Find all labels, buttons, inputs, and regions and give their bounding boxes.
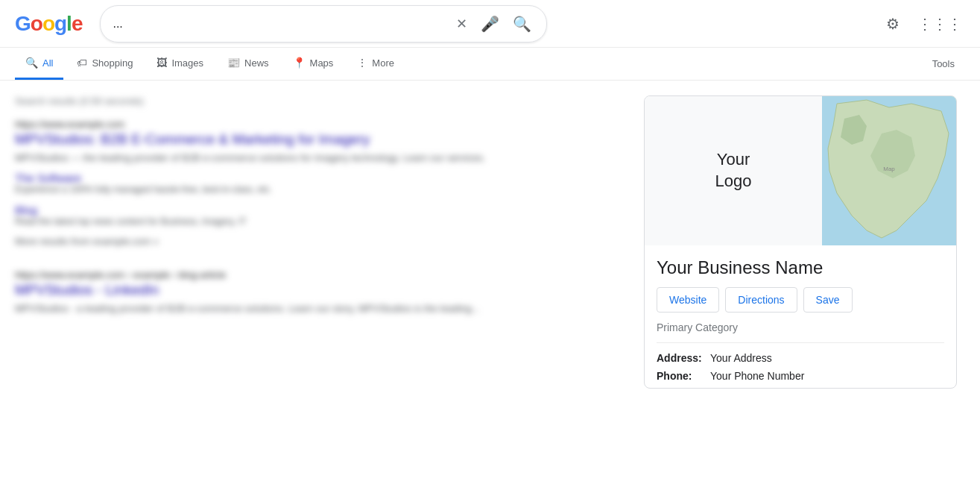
- tab-more[interactable]: ⋮ More: [347, 48, 405, 80]
- kp-address-label: Address:: [657, 352, 704, 364]
- tab-images-label: Images: [171, 57, 203, 69]
- result-1-more-link[interactable]: More results from example.com »: [15, 234, 626, 249]
- kp-header: YourLogo Map: [645, 96, 956, 245]
- voice-search-button[interactable]: 🎤: [478, 12, 502, 36]
- kp-action-buttons: Website Directions Save: [657, 287, 944, 313]
- nav-tabs: 🔍 All 🏷 Shopping 🖼 Images 📰 News 📍 Maps …: [0, 48, 980, 81]
- result-item-2: https://www.example.com › example › blog…: [15, 269, 626, 316]
- more-icon: ⋮: [357, 57, 367, 69]
- kp-address-row: Address: Your Address: [657, 352, 944, 364]
- tab-maps[interactable]: 📍 Maps: [282, 48, 344, 80]
- result-2-breadcrumb: https://www.example.com › example › blog…: [15, 269, 226, 280]
- kp-phone-value: Your Phone Number: [710, 370, 804, 382]
- result-item-1: https://www.example.com MPVStudios: B2B …: [15, 119, 626, 248]
- sub-link-1: The Software Experience a 100% fully man…: [15, 172, 626, 195]
- result-1-site-name: https://www.example.com: [15, 119, 124, 130]
- result-2-title[interactable]: MPVStudios - LinkedIn: [15, 282, 626, 298]
- search-bar-icons: ✕ 🎤 🔍: [453, 12, 534, 36]
- tools-button[interactable]: Tools: [922, 51, 965, 77]
- result-1-url-line: https://www.example.com: [15, 119, 626, 130]
- kp-phone-label: Phone:: [657, 370, 704, 382]
- tab-shopping[interactable]: 🏷 Shopping: [66, 48, 143, 80]
- results-column: Search results (0.59 seconds) https://ww…: [15, 95, 626, 389]
- sub-link-1-desc: Experience a 100% fully managed hassle-f…: [15, 184, 626, 195]
- kp-logo-text: YourLogo: [715, 149, 752, 192]
- kp-body: Your Business Name Website Directions Sa…: [645, 245, 956, 388]
- shopping-icon: 🏷: [77, 57, 87, 69]
- sub-link-2-title[interactable]: Blog: [15, 204, 626, 216]
- google-apps-button[interactable]: ⋮⋮⋮: [914, 12, 965, 36]
- directions-button[interactable]: Directions: [725, 287, 797, 313]
- microphone-icon: 🎤: [481, 15, 499, 33]
- header: Google ✕ 🎤 🔍 ⚙ ⋮⋮⋮: [0, 0, 980, 48]
- result-1-sublinks: The Software Experience a 100% fully man…: [15, 172, 626, 230]
- main-content: Search results (0.59 seconds) https://ww…: [0, 81, 980, 404]
- kp-primary-category: Primary Category: [657, 321, 944, 343]
- tab-all-label: All: [42, 57, 53, 69]
- tab-all[interactable]: 🔍 All: [15, 48, 63, 80]
- news-icon: 📰: [227, 57, 240, 69]
- kp-address-value: Your Address: [710, 352, 772, 364]
- result-1-title[interactable]: MPVStudios: B2B E-Commerce & Marketing f…: [15, 131, 626, 148]
- header-right: ⚙ ⋮⋮⋮: [883, 12, 965, 36]
- tab-shopping-label: Shopping: [92, 57, 133, 69]
- all-icon: 🔍: [25, 57, 38, 69]
- maps-icon: 📍: [293, 57, 306, 69]
- result-1-snippet: MPVStudios — the leading provider of B2B…: [15, 151, 626, 166]
- sub-link-2: Blog Read the latest top news content fo…: [15, 204, 626, 227]
- result-2-snippet: MPVStudios - a leading provider of B2B e…: [15, 301, 626, 316]
- kp-phone-row: Phone: Your Phone Number: [657, 370, 944, 382]
- kp-map-svg: Map: [822, 96, 956, 245]
- clear-icon: ✕: [456, 16, 467, 32]
- kp-business-name: Your Business Name: [657, 257, 944, 278]
- save-button[interactable]: Save: [803, 287, 853, 313]
- knowledge-panel: YourLogo Map Your Business Name Website …: [644, 95, 957, 389]
- search-bar: ✕ 🎤 🔍: [100, 5, 547, 43]
- tab-news[interactable]: 📰 News: [217, 48, 279, 80]
- website-button[interactable]: Website: [657, 287, 719, 313]
- sub-link-1-title[interactable]: The Software: [15, 172, 626, 184]
- kp-logo-area: YourLogo: [645, 96, 822, 245]
- results-count: Search results (0.59 seconds): [15, 95, 626, 107]
- svg-text:Map: Map: [883, 166, 895, 172]
- search-icon: 🔍: [513, 15, 531, 33]
- sub-link-2-desc: Read the latest top news content for Bus…: [15, 216, 626, 227]
- images-icon: 🖼: [157, 57, 167, 69]
- search-submit-button[interactable]: 🔍: [510, 12, 534, 36]
- search-bar-wrapper: ✕ 🎤 🔍: [100, 5, 547, 43]
- settings-button[interactable]: ⚙: [883, 12, 902, 36]
- clear-search-button[interactable]: ✕: [453, 13, 470, 35]
- google-logo: Google: [15, 12, 82, 36]
- kp-map-area[interactable]: Map: [822, 96, 956, 245]
- tab-news-label: News: [244, 57, 269, 69]
- tab-images[interactable]: 🖼 Images: [146, 48, 214, 80]
- result-2-url-line: https://www.example.com › example › blog…: [15, 269, 626, 280]
- tab-more-label: More: [372, 57, 394, 69]
- tab-maps-label: Maps: [310, 57, 334, 69]
- kp-details: Address: Your Address Phone: Your Phone …: [657, 352, 944, 382]
- search-input[interactable]: [113, 17, 444, 31]
